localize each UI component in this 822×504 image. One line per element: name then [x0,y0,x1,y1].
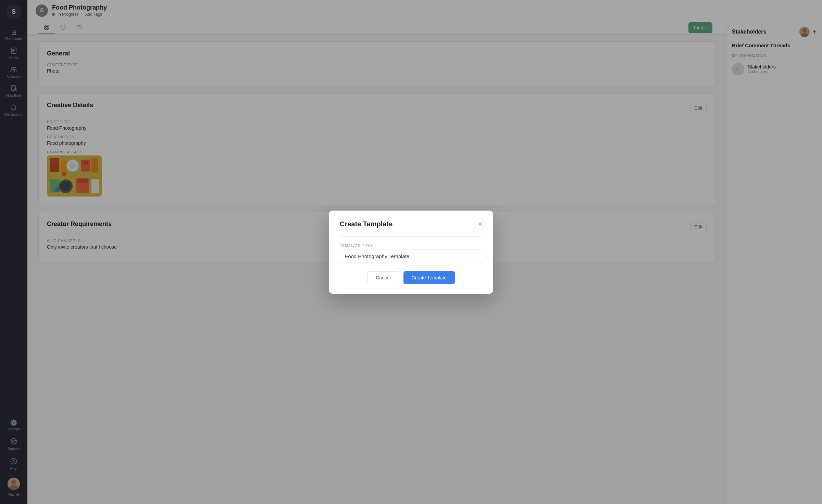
create-template-button[interactable]: Create Template [403,271,455,284]
modal-title: Create Template [340,220,393,228]
modal-divider [340,236,482,237]
modal-field-label: TEMPLATE TITLE [340,243,482,248]
modal-overlay: Create Template × TEMPLATE TITLE Cancel … [0,0,822,504]
modal-header: Create Template × [340,220,482,228]
cancel-button[interactable]: Cancel [367,271,399,284]
modal-close-button[interactable]: × [478,220,482,227]
template-title-input[interactable] [340,250,482,263]
create-template-modal: Create Template × TEMPLATE TITLE Cancel … [329,211,493,294]
modal-actions: Cancel Create Template [340,271,482,284]
